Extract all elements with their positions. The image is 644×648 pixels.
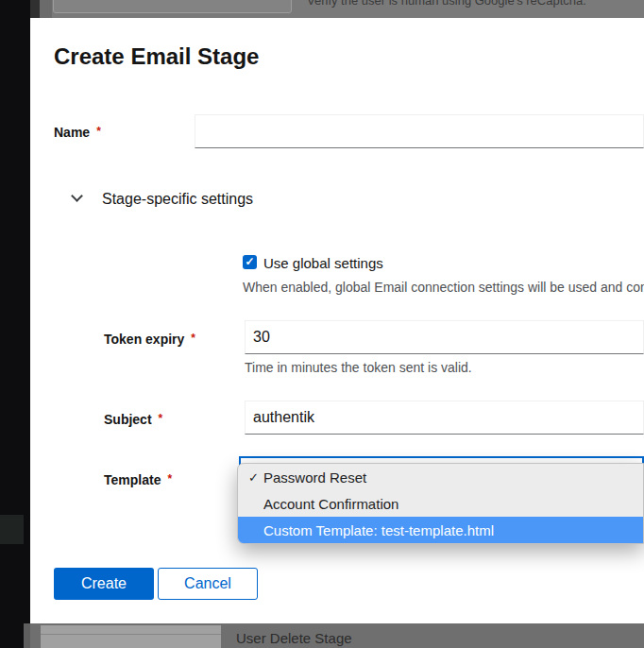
token-expiry-label: Token expiry* [104,331,195,348]
template-dropdown-menu: ✓ Password Reset Account Confirmation Cu… [237,463,644,544]
template-label-text: Template [104,472,161,487]
token-expiry-label-text: Token expiry [104,332,184,347]
section-title: Stage-specific settings [102,189,253,209]
dropdown-option-custom-template[interactable]: Custom Template: test-template.html [238,517,643,543]
cancel-button[interactable]: Cancel [158,568,258,600]
dropdown-option-account-confirmation[interactable]: Account Confirmation [238,490,643,517]
app-sidebar [0,0,30,648]
name-label: Name* [54,124,101,141]
dropdown-option-password-reset[interactable]: ✓ Password Reset [238,464,643,490]
background-table-edge [30,0,40,18]
required-asterisk: * [96,125,101,138]
required-asterisk: * [167,472,172,486]
required-asterisk: * [159,412,163,425]
name-label-text: Name [54,125,90,140]
sidebar-active-item [0,515,24,544]
dimmed-background-top: Verify the user is human using Google's … [30,0,644,18]
checkmark-icon: ✓ [245,255,254,268]
screen: Verify the user is human using Google's … [0,0,644,648]
sidebar-scroll-patch [24,623,30,648]
token-expiry-input[interactable] [245,320,644,354]
name-input[interactable] [195,114,644,148]
background-table-cell-bottom [41,625,221,648]
dropdown-option-label: Account Confirmation [263,496,398,512]
background-cell-divider [41,634,221,635]
template-label: Template* [104,471,172,488]
create-email-stage-modal: Create Email Stage Name* Stage-specific … [30,18,644,623]
chevron-down-icon [71,190,83,202]
background-recaptcha-text: Verify the user is human using Google's … [307,0,586,8]
subject-label-text: Subject [104,412,152,427]
dropdown-option-label: Custom Template: test-template.html [263,522,494,538]
create-button[interactable]: Create [54,568,154,600]
modal-title: Create Email Stage [54,43,259,71]
required-asterisk: * [191,332,195,345]
dropdown-option-label: Password Reset [263,469,366,486]
token-expiry-help: Time in minutes the token sent is valid. [245,360,472,376]
background-table-cell [53,0,292,13]
use-global-settings-label[interactable]: Use global settings [263,254,383,272]
use-global-settings-checkbox[interactable]: ✓ [243,255,257,269]
background-row-label: User Delete Stage [236,630,352,646]
background-table-gutter [40,0,52,18]
use-global-settings-help: When enabled, global Email connection se… [243,280,644,296]
subject-input[interactable] [245,401,644,435]
subject-label: Subject* [104,411,162,428]
dimmed-background-bottom: User Delete Stage [30,623,644,648]
stage-specific-settings-toggle[interactable]: Stage-specific settings [71,188,354,211]
checkmark-icon: ✓ [248,470,263,485]
